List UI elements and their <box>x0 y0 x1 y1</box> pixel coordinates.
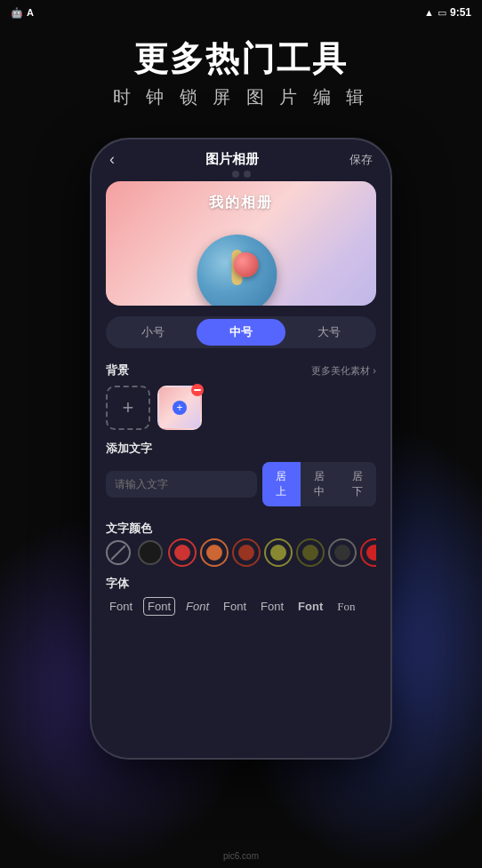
text-section-label: 添加文字 <box>106 441 376 457</box>
size-selector: 小号 中号 大号 <box>106 316 376 348</box>
color-darkolive-donut[interactable] <box>298 540 323 565</box>
color-black[interactable] <box>138 540 163 565</box>
preview-album-title: 我的相册 <box>106 194 376 212</box>
size-btn-large[interactable]: 大号 <box>285 319 374 346</box>
header-title: 更多热门工具 <box>0 39 482 80</box>
font-section-label: 字体 <box>92 572 390 597</box>
size-btn-small[interactable]: 小号 <box>108 319 197 346</box>
color-none[interactable] <box>106 540 131 565</box>
status-left-icons: 🤖 A <box>11 7 34 19</box>
font-row: Font Font Font Font Font Font Fon <box>92 597 390 616</box>
font-item-6-bold[interactable]: Font <box>294 598 326 615</box>
camera-area <box>92 171 390 178</box>
time-display: 9:51 <box>450 6 471 19</box>
preview-image-area: 我的相册 <box>106 181 376 306</box>
color-orange-donut[interactable] <box>202 540 227 565</box>
color-section: 文字颜色 <box>92 514 390 572</box>
more-materials-link[interactable]: 更多美化素材 › <box>311 364 376 378</box>
font-item-2-selected[interactable]: Font <box>143 597 175 616</box>
add-background-button[interactable]: + <box>106 386 150 430</box>
text-section: 添加文字 居上 居中 居下 <box>92 434 390 514</box>
status-right-icons: ▲ ▭ 9:51 <box>424 6 471 19</box>
battery-icon: ▭ <box>438 7 446 19</box>
bottom-watermark: pic6.com <box>0 851 482 861</box>
status-bar: 🤖 A ▲ ▭ 9:51 <box>0 0 482 25</box>
text-input-row: 居上 居中 居下 <box>106 462 376 506</box>
plus-circle-icon: + <box>173 401 187 415</box>
phone-mockup: ‹ 图片相册 保存 我的相册 小号 中号 大号 背景 更多美化素材 › <box>90 138 392 760</box>
phone-top-bar: ‹ 图片相册 保存 <box>92 139 390 174</box>
color-olive-donut[interactable] <box>266 540 291 565</box>
align-top-button[interactable]: 居上 <box>262 462 301 506</box>
delete-background-dot[interactable] <box>191 384 204 396</box>
header-subtitle: 时 钟 锁 屏 图 片 编 辑 <box>0 85 482 109</box>
background-section-header: 背景 更多美化素材 › <box>106 362 376 378</box>
align-bottom-button[interactable]: 居下 <box>338 462 376 506</box>
color-red-donut[interactable] <box>170 540 195 565</box>
align-middle-button[interactable]: 居中 <box>301 462 339 506</box>
header-section: 更多热门工具 时 钟 锁 屏 图 片 编 辑 <box>0 25 482 109</box>
background-thumbnail-1[interactable]: + <box>157 386 202 430</box>
font-item-5[interactable]: Font <box>257 598 287 615</box>
text-input-field[interactable] <box>106 471 257 498</box>
a-icon: A <box>27 7 34 18</box>
font-item-7-serif[interactable]: Fon <box>333 598 358 616</box>
camera-dot-2 <box>244 171 251 178</box>
background-items: + + <box>106 386 376 430</box>
color-dark-donut[interactable] <box>330 540 355 565</box>
font-item-1[interactable]: Font <box>106 598 136 615</box>
phone-back-button[interactable]: ‹ <box>109 150 115 169</box>
color-row <box>106 537 376 569</box>
phone-inner: ‹ 图片相册 保存 我的相册 小号 中号 大号 背景 更多美化素材 › <box>92 139 390 758</box>
background-section: 背景 更多美化素材 › + + <box>92 355 390 434</box>
wifi-icon: ▲ <box>424 7 434 18</box>
preview-lollipop-ball <box>234 252 259 277</box>
phone-page-title: 图片相册 <box>205 151 259 168</box>
android-icon: 🤖 <box>11 7 23 19</box>
size-btn-medium[interactable]: 中号 <box>197 319 285 346</box>
background-label: 背景 <box>106 362 129 378</box>
color-darkred-donut[interactable] <box>234 540 259 565</box>
font-item-4[interactable]: Font <box>220 598 250 615</box>
align-buttons: 居上 居中 居下 <box>262 462 376 506</box>
color-red-partial[interactable] <box>362 540 376 565</box>
phone-save-button[interactable]: 保存 <box>349 152 373 168</box>
color-section-label: 文字颜色 <box>106 521 376 537</box>
font-item-3-italic[interactable]: Font <box>182 598 213 615</box>
camera-dot-1 <box>232 171 239 178</box>
font-section: 字体 Font Font Font Font Font Font Fon <box>92 572 390 616</box>
